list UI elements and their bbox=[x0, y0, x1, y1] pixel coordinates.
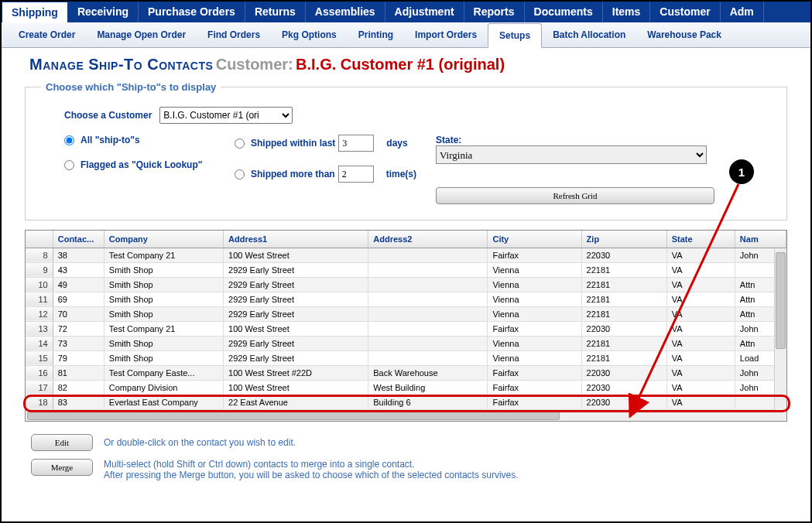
table-row[interactable]: 1782Company Division100 West StreetWest … bbox=[26, 380, 786, 395]
sub-tab-printing[interactable]: Printing bbox=[348, 23, 404, 47]
cell: Smith Shop bbox=[104, 277, 223, 292]
table-row[interactable]: 943Smith Shop2929 Early StreetVienna2218… bbox=[26, 262, 786, 277]
cell: VA bbox=[666, 248, 735, 262]
radio-all-shiptos[interactable]: All "ship-to"s bbox=[64, 135, 235, 145]
table-row[interactable]: 1372Test Company 21100 West StreetFairfa… bbox=[26, 321, 786, 336]
table-row[interactable]: 1473Smith Shop2929 Early StreetVienna221… bbox=[26, 336, 786, 350]
cell: Fairfax bbox=[488, 248, 581, 262]
cell: 2929 Early Street bbox=[224, 292, 368, 306]
main-tab-returns[interactable]: Returns bbox=[245, 2, 306, 22]
table-row[interactable]: 1270Smith Shop2929 Early StreetVienna221… bbox=[26, 306, 786, 321]
state-select[interactable]: Virginia bbox=[436, 145, 707, 164]
col-header[interactable]: Address1 bbox=[224, 231, 368, 248]
main-tab-customer[interactable]: Customer bbox=[650, 2, 720, 22]
vertical-scrollbar[interactable] bbox=[774, 249, 786, 410]
cell: VA bbox=[666, 277, 735, 292]
radio-flagged-input[interactable] bbox=[64, 160, 74, 170]
table-row[interactable]: 1579Smith Shop2929 Early StreetVienna221… bbox=[26, 350, 786, 365]
cell: Fairfax bbox=[488, 321, 581, 336]
col-header[interactable] bbox=[26, 231, 53, 248]
merge-hint-2: After pressing the Merge button, you wil… bbox=[104, 470, 519, 480]
radio-more-input[interactable] bbox=[235, 169, 245, 179]
cell: 2929 Early Street bbox=[224, 350, 368, 365]
cell: VA bbox=[666, 336, 735, 350]
cell: 100 West Street bbox=[224, 321, 368, 336]
merge-button[interactable]: Merge bbox=[31, 459, 93, 476]
cell: 22030 bbox=[581, 395, 666, 409]
cell: VA bbox=[666, 292, 735, 306]
sub-tab-import-orders[interactable]: Import Orders bbox=[404, 23, 488, 47]
col-header[interactable]: Nam bbox=[735, 231, 786, 248]
sub-tab-warehouse-pack[interactable]: Warehouse Pack bbox=[636, 23, 732, 47]
table-row[interactable]: 1681Test Company Easte...100 West Street… bbox=[26, 365, 786, 380]
table-row[interactable]: 838Test Company 21100 West StreetFairfax… bbox=[26, 248, 786, 262]
callout-badge: 1 bbox=[729, 159, 754, 184]
col-header[interactable]: Address2 bbox=[368, 231, 488, 248]
within-days-input[interactable] bbox=[338, 135, 374, 152]
cell: 79 bbox=[53, 350, 104, 365]
cell: Company Division bbox=[104, 380, 223, 395]
radio-within-input[interactable] bbox=[235, 138, 245, 149]
table-row[interactable]: 1883Everlast East Company22 East AvenueB… bbox=[26, 395, 786, 409]
cell: Everlast East Company bbox=[104, 395, 223, 409]
cell: VA bbox=[666, 350, 735, 365]
customer-select[interactable]: B.I.G. Customer #1 (ori bbox=[159, 107, 293, 124]
cell: VA bbox=[666, 262, 735, 277]
sub-tab-find-orders[interactable]: Find Orders bbox=[197, 23, 271, 47]
cell: VA bbox=[666, 306, 735, 321]
refresh-grid-button[interactable]: Refresh Grid bbox=[436, 187, 714, 204]
sub-tab-batch-allocation[interactable]: Batch Allocation bbox=[542, 23, 636, 47]
cell: Building 6 bbox=[368, 395, 488, 409]
cell: 22030 bbox=[581, 248, 666, 262]
cell: 2929 Early Street bbox=[224, 277, 368, 292]
cell: 43 bbox=[53, 262, 104, 277]
row-number: 10 bbox=[26, 277, 53, 292]
main-tab-shipping[interactable]: Shipping bbox=[2, 2, 68, 22]
cell: 22181 bbox=[581, 292, 666, 306]
main-tab-receiving[interactable]: Receiving bbox=[68, 2, 139, 22]
cell: Vienna bbox=[488, 277, 581, 292]
row-number: 13 bbox=[26, 321, 53, 336]
cell: 83 bbox=[53, 395, 104, 409]
sub-tab-setups[interactable]: Setups bbox=[488, 23, 542, 48]
col-header[interactable]: State bbox=[666, 231, 735, 248]
horizontal-scrollbar[interactable] bbox=[26, 410, 786, 421]
cell: VA bbox=[666, 395, 735, 409]
main-tab-reports[interactable]: Reports bbox=[464, 2, 525, 22]
col-header[interactable]: City bbox=[488, 231, 581, 248]
radio-flagged[interactable]: Flagged as "Quick Lookup" bbox=[64, 159, 204, 170]
row-number: 8 bbox=[26, 248, 53, 262]
main-tab-items[interactable]: Items bbox=[603, 2, 651, 22]
cell: 82 bbox=[53, 380, 104, 395]
sub-tab-pkg-options[interactable]: Pkg Options bbox=[271, 23, 348, 47]
main-tab-adm[interactable]: Adm bbox=[721, 2, 764, 22]
radio-more-label: Shipped more than bbox=[251, 169, 335, 179]
cell: 72 bbox=[53, 321, 104, 336]
sub-tab-create-order[interactable]: Create Order bbox=[8, 23, 86, 47]
choose-customer-label: Choose a Customer bbox=[64, 110, 152, 121]
col-header[interactable]: Company bbox=[104, 231, 223, 248]
main-tab-adjustment[interactable]: Adjustment bbox=[385, 2, 464, 22]
main-tab-assemblies[interactable]: Assemblies bbox=[306, 2, 385, 22]
edit-button[interactable]: Edit bbox=[31, 434, 93, 451]
cell: 22181 bbox=[581, 350, 666, 365]
cell: 2929 Early Street bbox=[224, 262, 368, 277]
more-times-input[interactable] bbox=[338, 166, 374, 183]
cell: Vienna bbox=[488, 262, 581, 277]
main-tab-purchase-orders[interactable]: Purchase Orders bbox=[139, 2, 245, 22]
cell: 69 bbox=[53, 292, 104, 306]
cell: 22030 bbox=[581, 380, 666, 395]
main-tab-documents[interactable]: Documents bbox=[525, 2, 603, 22]
cell bbox=[368, 306, 488, 321]
sub-tab-manage-open-order[interactable]: Manage Open Order bbox=[86, 23, 197, 47]
shipto-grid: Contac...CompanyAddress1Address2CityZipS… bbox=[25, 230, 787, 422]
radio-all-input[interactable] bbox=[64, 135, 74, 145]
cell: Fairfax bbox=[488, 380, 581, 395]
cell bbox=[368, 248, 488, 262]
state-label: State: bbox=[436, 135, 714, 145]
col-header[interactable]: Contac... bbox=[53, 231, 104, 248]
table-row[interactable]: 1169Smith Shop2929 Early StreetVienna221… bbox=[26, 292, 786, 306]
table-row[interactable]: 1049Smith Shop2929 Early StreetVienna221… bbox=[26, 277, 786, 292]
col-header[interactable]: Zip bbox=[581, 231, 666, 248]
days-label: days bbox=[386, 138, 407, 149]
